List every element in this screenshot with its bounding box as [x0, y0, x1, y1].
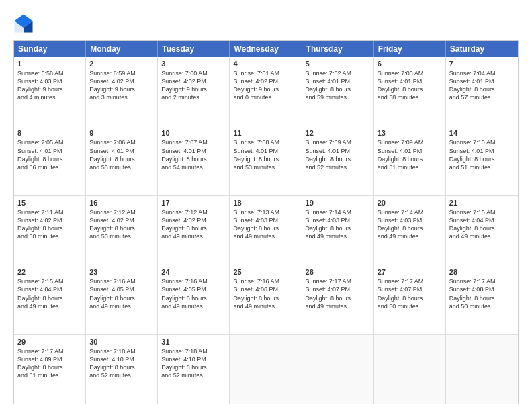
day-info: Sunrise: 7:17 AM Sunset: 4:08 PM Dayligh…	[449, 277, 515, 310]
day-info: Sunrise: 7:13 AM Sunset: 4:03 PM Dayligh…	[233, 208, 298, 241]
day-number: 25	[233, 268, 298, 276]
day-number: 15	[17, 199, 82, 207]
day-number: 12	[306, 129, 370, 137]
empty-cell	[374, 335, 446, 404]
page: SundayMondayTuesdayWednesdayThursdayFrid…	[0, 0, 532, 411]
day-number: 22	[17, 268, 82, 276]
day-cell-14: 14Sunrise: 7:10 AM Sunset: 4:01 PM Dayli…	[446, 126, 518, 195]
empty-cell	[302, 335, 374, 404]
day-number: 19	[306, 199, 370, 207]
day-cell-9: 9Sunrise: 7:06 AM Sunset: 4:01 PM Daylig…	[86, 126, 158, 195]
day-info: Sunrise: 6:58 AM Sunset: 4:03 PM Dayligh…	[17, 69, 82, 102]
day-number: 3	[161, 60, 226, 68]
day-cell-21: 21Sunrise: 7:15 AM Sunset: 4:04 PM Dayli…	[446, 196, 518, 265]
day-number: 28	[449, 268, 515, 276]
day-cell-22: 22Sunrise: 7:15 AM Sunset: 4:04 PM Dayli…	[14, 265, 86, 334]
day-cell-3: 3Sunrise: 7:00 AM Sunset: 4:02 PM Daylig…	[158, 57, 230, 126]
day-cell-13: 13Sunrise: 7:09 AM Sunset: 4:01 PM Dayli…	[374, 126, 446, 195]
day-number: 18	[233, 199, 298, 207]
day-number: 10	[161, 129, 226, 137]
day-info: Sunrise: 7:10 AM Sunset: 4:01 PM Dayligh…	[449, 138, 515, 171]
header-day-thursday: Thursday	[302, 41, 374, 57]
day-number: 1	[17, 60, 82, 68]
day-info: Sunrise: 7:17 AM Sunset: 4:09 PM Dayligh…	[17, 347, 82, 380]
logo	[13, 13, 36, 34]
day-info: Sunrise: 7:14 AM Sunset: 4:03 PM Dayligh…	[306, 208, 370, 241]
day-info: Sunrise: 7:15 AM Sunset: 4:04 PM Dayligh…	[17, 277, 82, 310]
day-number: 20	[378, 199, 442, 207]
day-info: Sunrise: 7:02 AM Sunset: 4:01 PM Dayligh…	[306, 69, 370, 102]
day-cell-12: 12Sunrise: 7:09 AM Sunset: 4:01 PM Dayli…	[302, 126, 374, 195]
day-cell-29: 29Sunrise: 7:17 AM Sunset: 4:09 PM Dayli…	[14, 335, 86, 404]
day-info: Sunrise: 7:09 AM Sunset: 4:01 PM Dayligh…	[306, 138, 370, 171]
day-cell-18: 18Sunrise: 7:13 AM Sunset: 4:03 PM Dayli…	[230, 196, 302, 265]
calendar-row-3: 15Sunrise: 7:11 AM Sunset: 4:02 PM Dayli…	[14, 196, 518, 265]
day-cell-5: 5Sunrise: 7:02 AM Sunset: 4:01 PM Daylig…	[302, 57, 374, 126]
header-day-tuesday: Tuesday	[158, 41, 230, 57]
header-day-sunday: Sunday	[14, 41, 86, 57]
day-cell-1: 1Sunrise: 6:58 AM Sunset: 4:03 PM Daylig…	[14, 57, 86, 126]
day-info: Sunrise: 7:17 AM Sunset: 4:07 PM Dayligh…	[306, 277, 370, 310]
day-info: Sunrise: 7:12 AM Sunset: 4:02 PM Dayligh…	[89, 208, 154, 241]
header-day-saturday: Saturday	[446, 41, 518, 57]
calendar-row-1: 1Sunrise: 6:58 AM Sunset: 4:03 PM Daylig…	[14, 57, 518, 126]
calendar-row-4: 22Sunrise: 7:15 AM Sunset: 4:04 PM Dayli…	[14, 265, 518, 334]
calendar: SundayMondayTuesdayWednesdayThursdayFrid…	[13, 40, 519, 404]
calendar-row-2: 8Sunrise: 7:05 AM Sunset: 4:01 PM Daylig…	[14, 126, 518, 195]
day-info: Sunrise: 7:16 AM Sunset: 4:05 PM Dayligh…	[161, 277, 226, 310]
day-cell-2: 2Sunrise: 6:59 AM Sunset: 4:02 PM Daylig…	[86, 57, 158, 126]
day-cell-25: 25Sunrise: 7:16 AM Sunset: 4:06 PM Dayli…	[230, 265, 302, 334]
day-cell-27: 27Sunrise: 7:17 AM Sunset: 4:07 PM Dayli…	[374, 265, 446, 334]
day-info: Sunrise: 7:06 AM Sunset: 4:01 PM Dayligh…	[89, 138, 154, 171]
day-info: Sunrise: 7:11 AM Sunset: 4:02 PM Dayligh…	[17, 208, 82, 241]
empty-cell	[446, 335, 518, 404]
day-number: 31	[161, 338, 226, 346]
day-number: 16	[89, 199, 154, 207]
header-day-wednesday: Wednesday	[230, 41, 302, 57]
day-info: Sunrise: 7:07 AM Sunset: 4:01 PM Dayligh…	[161, 138, 226, 171]
calendar-row-5: 29Sunrise: 7:17 AM Sunset: 4:09 PM Dayli…	[14, 335, 518, 404]
day-number: 6	[378, 60, 442, 68]
day-info: Sunrise: 7:15 AM Sunset: 4:04 PM Dayligh…	[449, 208, 515, 241]
day-cell-7: 7Sunrise: 7:04 AM Sunset: 4:01 PM Daylig…	[446, 57, 518, 126]
day-info: Sunrise: 6:59 AM Sunset: 4:02 PM Dayligh…	[89, 69, 154, 102]
day-number: 17	[161, 199, 226, 207]
day-cell-11: 11Sunrise: 7:08 AM Sunset: 4:01 PM Dayli…	[230, 126, 302, 195]
calendar-body: 1Sunrise: 6:58 AM Sunset: 4:03 PM Daylig…	[14, 57, 518, 404]
day-cell-10: 10Sunrise: 7:07 AM Sunset: 4:01 PM Dayli…	[158, 126, 230, 195]
day-number: 29	[17, 338, 82, 346]
day-number: 21	[449, 199, 515, 207]
calendar-header: SundayMondayTuesdayWednesdayThursdayFrid…	[14, 41, 518, 57]
day-number: 9	[89, 129, 154, 137]
day-info: Sunrise: 7:00 AM Sunset: 4:02 PM Dayligh…	[161, 69, 226, 102]
day-number: 30	[89, 338, 154, 346]
day-number: 2	[89, 60, 154, 68]
header-day-friday: Friday	[374, 41, 446, 57]
day-cell-26: 26Sunrise: 7:17 AM Sunset: 4:07 PM Dayli…	[302, 265, 374, 334]
day-cell-6: 6Sunrise: 7:03 AM Sunset: 4:01 PM Daylig…	[374, 57, 446, 126]
header-day-monday: Monday	[86, 41, 158, 57]
day-number: 4	[233, 60, 298, 68]
day-info: Sunrise: 7:03 AM Sunset: 4:01 PM Dayligh…	[378, 69, 442, 102]
day-cell-23: 23Sunrise: 7:16 AM Sunset: 4:05 PM Dayli…	[86, 265, 158, 334]
day-number: 24	[161, 268, 226, 276]
day-number: 14	[449, 129, 515, 137]
day-info: Sunrise: 7:18 AM Sunset: 4:10 PM Dayligh…	[161, 347, 226, 380]
day-info: Sunrise: 7:01 AM Sunset: 4:02 PM Dayligh…	[233, 69, 298, 102]
day-number: 11	[233, 129, 298, 137]
day-number: 27	[378, 268, 442, 276]
day-cell-4: 4Sunrise: 7:01 AM Sunset: 4:02 PM Daylig…	[230, 57, 302, 126]
day-info: Sunrise: 7:14 AM Sunset: 4:03 PM Dayligh…	[378, 208, 442, 241]
day-cell-28: 28Sunrise: 7:17 AM Sunset: 4:08 PM Dayli…	[446, 265, 518, 334]
day-number: 8	[17, 129, 82, 137]
day-info: Sunrise: 7:08 AM Sunset: 4:01 PM Dayligh…	[233, 138, 298, 171]
day-cell-8: 8Sunrise: 7:05 AM Sunset: 4:01 PM Daylig…	[14, 126, 86, 195]
day-cell-17: 17Sunrise: 7:12 AM Sunset: 4:02 PM Dayli…	[158, 196, 230, 265]
day-number: 13	[378, 129, 442, 137]
day-number: 26	[306, 268, 370, 276]
day-cell-24: 24Sunrise: 7:16 AM Sunset: 4:05 PM Dayli…	[158, 265, 230, 334]
day-number: 23	[89, 268, 154, 276]
day-info: Sunrise: 7:09 AM Sunset: 4:01 PM Dayligh…	[378, 138, 442, 171]
day-info: Sunrise: 7:16 AM Sunset: 4:05 PM Dayligh…	[89, 277, 154, 310]
header	[13, 13, 519, 34]
